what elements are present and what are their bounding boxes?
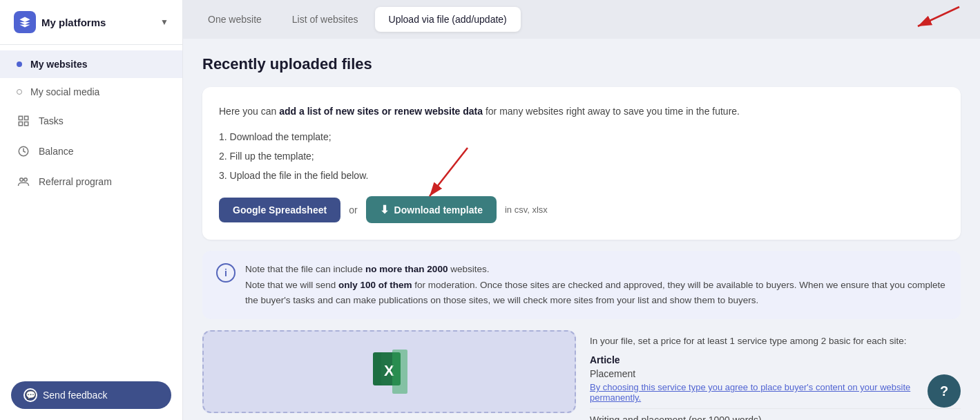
svg-rect-0 [19, 116, 22, 120]
sidebar-item-label: Tasks [39, 115, 64, 126]
sidebar-item-my-social-media[interactable]: My social media [0, 78, 182, 106]
sidebar-item-label: My social media [30, 86, 99, 97]
sidebar: My platforms ▼ My websites My social med… [0, 0, 183, 420]
sidebar-item-label: Balance [39, 146, 74, 157]
right-info-panel: In your file, set a price for at least 1… [590, 330, 961, 413]
note-text: Note that the file can include no more t… [245, 262, 947, 308]
csv-label: in csv, xlsx [505, 204, 548, 215]
active-dot-icon [17, 61, 22, 67]
referral-icon [17, 175, 30, 189]
send-feedback-label: Send feedback [43, 390, 107, 401]
note-line-1: Note that the file can include no more t… [245, 262, 947, 277]
tasks-icon [17, 114, 30, 128]
or-label: or [349, 204, 357, 216]
main-content: One website List of websites Upload via … [183, 0, 980, 420]
platform-icon [14, 11, 36, 33]
divider [590, 408, 961, 409]
placement-label: Placement [590, 368, 961, 379]
balance-icon [17, 144, 30, 158]
send-feedback-button[interactable]: 💬 Send feedback [11, 381, 171, 409]
action-buttons-row: Google Spreadsheet or ⬇ Download templat… [219, 196, 944, 223]
sidebar-item-balance[interactable]: Balance [0, 136, 182, 166]
sidebar-item-label: Referral program [39, 176, 112, 187]
step-1: 1. Download the template; [219, 127, 944, 146]
svg-rect-1 [25, 116, 28, 120]
help-button[interactable]: ? [928, 374, 961, 408]
steps-list: 1. Download the template; 2. Fill up the… [219, 127, 944, 185]
sidebar-item-my-websites[interactable]: My websites [0, 50, 182, 78]
step-3: 3. Upload the file in the field below. [219, 166, 944, 185]
sidebar-item-referral[interactable]: Referral program [0, 166, 182, 197]
svg-rect-12 [392, 350, 407, 394]
tab-upload-via-file[interactable]: Upload via file (add/update) [375, 7, 521, 32]
placement-link[interactable]: By choosing this service type you agree … [590, 382, 961, 403]
question-mark-icon: ? [940, 383, 948, 399]
svg-rect-2 [19, 122, 22, 126]
svg-point-6 [24, 178, 28, 182]
sidebar-item-tasks[interactable]: Tasks [0, 106, 182, 136]
google-spreadsheet-button[interactable]: Google Spreadsheet [219, 198, 340, 222]
platforms-dropdown[interactable]: My platforms ▼ [0, 0, 182, 45]
upload-dropzone[interactable]: X [202, 330, 576, 413]
page-content: Recently uploaded files Here you can add… [183, 39, 980, 420]
note-line-2: Note that we will send only 100 of them … [245, 278, 947, 309]
info-card: Here you can add a list of new sites or … [202, 87, 961, 240]
writing-label: Writing and placement (per 1000 words) [590, 414, 961, 420]
page-title: Recently uploaded files [202, 55, 961, 73]
chevron-down-icon: ▼ [160, 17, 169, 27]
inactive-dot-icon [17, 89, 22, 95]
note-card: i Note that the file can include no more… [202, 251, 961, 319]
tab-list-of-websites[interactable]: List of websites [278, 7, 372, 32]
sidebar-item-label: My websites [30, 59, 87, 70]
right-info-intro: In your file, set a price for at least 1… [590, 336, 961, 346]
step-2: 2. Fill up the template; [219, 146, 944, 166]
svg-rect-3 [25, 122, 28, 126]
bottom-section: X In your file, set a price for at least… [202, 330, 961, 413]
excel-icon: X [367, 350, 412, 394]
platforms-label: My platforms [41, 17, 155, 28]
arrow-to-tab [800, 0, 980, 39]
tab-one-website[interactable]: One website [194, 7, 276, 32]
article-label: Article [590, 354, 961, 365]
svg-point-5 [20, 178, 23, 182]
info-icon: i [216, 263, 236, 283]
tabs-bar: One website List of websites Upload via … [183, 0, 980, 39]
download-template-button[interactable]: ⬇ Download template [366, 196, 497, 223]
info-intro: Here you can add a list of new sites or … [219, 104, 944, 119]
sidebar-nav: My websites My social media Tasks Balanc… [0, 45, 182, 370]
download-icon: ⬇ [380, 203, 389, 216]
chat-icon: 💬 [23, 388, 37, 402]
